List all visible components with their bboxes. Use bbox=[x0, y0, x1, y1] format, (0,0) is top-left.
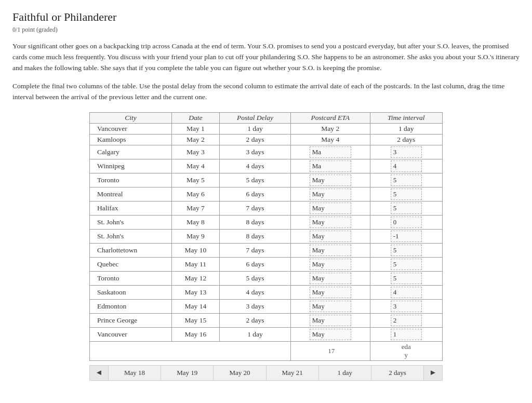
cell-eta[interactable]: May bbox=[291, 299, 370, 313]
cell-interval[interactable]: 5 bbox=[370, 173, 442, 187]
interval-drag-input[interactable]: 5 bbox=[391, 245, 422, 256]
cell-eta[interactable]: May bbox=[291, 257, 370, 271]
cell-date: May 11 bbox=[171, 257, 219, 271]
main-table: City Date Postal Delay Postcard ETA Time… bbox=[89, 112, 443, 361]
eta-drag-input[interactable]: May bbox=[310, 231, 351, 242]
col-date: Date bbox=[171, 112, 219, 123]
nav-item[interactable]: 1 day bbox=[319, 366, 371, 380]
cell-city: Charlottetown bbox=[90, 243, 172, 257]
eta-drag-input[interactable]: Ma bbox=[310, 160, 351, 172]
nav-item[interactable]: 2 days bbox=[371, 366, 423, 380]
cell-eta[interactable]: May bbox=[291, 271, 370, 285]
cell-interval[interactable]: 3 bbox=[370, 145, 442, 159]
table-row: MontrealMay 66 daysMay5 bbox=[90, 187, 443, 201]
nav-item[interactable]: May 20 bbox=[214, 366, 266, 380]
table-row: KamloopsMay 22 daysMay 42 days bbox=[90, 134, 443, 145]
table-row: St. John'sMay 88 daysMay0 bbox=[90, 215, 443, 229]
cell-eta[interactable]: May bbox=[291, 285, 370, 299]
interval-drag-input[interactable]: 5 bbox=[391, 174, 422, 186]
nav-left-arrow[interactable]: ◄ bbox=[90, 366, 109, 380]
table-row: TorontoMay 55 daysMay5 bbox=[90, 173, 443, 187]
interval-drag-input[interactable]: 3 bbox=[391, 146, 422, 158]
cell-interval[interactable]: 0 bbox=[370, 215, 442, 229]
eta-drag-input[interactable]: May bbox=[310, 329, 351, 340]
cell-interval[interactable]: 5 bbox=[370, 271, 442, 285]
interval-drag-input[interactable]: 5 bbox=[391, 203, 422, 214]
eta-drag-input[interactable]: May bbox=[310, 287, 351, 298]
cell-postal-delay: 1 day bbox=[220, 123, 291, 134]
cell-postal-delay: 5 days bbox=[220, 173, 291, 187]
cell-interval[interactable]: 5 bbox=[370, 243, 442, 257]
cell-city: Prince George bbox=[90, 313, 172, 327]
nav-item[interactable]: May 21 bbox=[267, 366, 319, 380]
interval-drag-input[interactable]: 5 bbox=[391, 273, 422, 284]
table-header-row: City Date Postal Delay Postcard ETA Time… bbox=[90, 112, 443, 123]
cell-postal-delay: 3 days bbox=[220, 299, 291, 313]
cell-interval[interactable]: 3 bbox=[370, 299, 442, 313]
cell-postal-delay: 8 days bbox=[220, 215, 291, 229]
table-row: QuebecMay 116 daysMay5 bbox=[90, 257, 443, 271]
cell-interval[interactable]: 1 bbox=[370, 327, 442, 341]
eta-drag-input[interactable]: May bbox=[310, 217, 351, 228]
interval-drag-input[interactable]: 4 bbox=[391, 160, 422, 172]
cell-city: Toronto bbox=[90, 173, 172, 187]
eta-drag-input[interactable]: May bbox=[310, 315, 351, 326]
cell-eta[interactable]: May bbox=[291, 327, 370, 341]
cell-interval[interactable]: 4 bbox=[370, 285, 442, 299]
col-city: City bbox=[90, 112, 172, 123]
table-row: VancouverMay 161 dayMay1 bbox=[90, 327, 443, 341]
interval-drag-input[interactable]: 0 bbox=[391, 217, 422, 228]
eta-drag-input[interactable]: May bbox=[310, 259, 351, 270]
cell-postal-delay: 6 days bbox=[220, 187, 291, 201]
cell-date: May 6 bbox=[171, 187, 219, 201]
cell-date: May 15 bbox=[171, 313, 219, 327]
cell-interval[interactable]: 5 bbox=[370, 201, 442, 215]
cell-date: May 1 bbox=[171, 123, 219, 134]
cell-eta[interactable]: May bbox=[291, 201, 370, 215]
cell-eta[interactable]: May bbox=[291, 313, 370, 327]
interval-drag-input[interactable]: 1 bbox=[391, 329, 422, 340]
cell-eta[interactable]: Ma bbox=[291, 159, 370, 173]
cell-interval[interactable]: -1 bbox=[370, 229, 442, 243]
cell-interval[interactable]: 2 bbox=[370, 313, 442, 327]
cell-eta[interactable]: May bbox=[291, 187, 370, 201]
eta-drag-input[interactable]: May bbox=[310, 203, 351, 214]
eta-drag-input[interactable]: May bbox=[310, 174, 351, 186]
cell-postal-delay: 8 days bbox=[220, 229, 291, 243]
nav-item[interactable]: May 19 bbox=[161, 366, 214, 380]
description: Your significant other goes on a backpac… bbox=[12, 41, 520, 74]
cell-eta[interactable]: May bbox=[291, 229, 370, 243]
cell-postal-delay: 7 days bbox=[220, 243, 291, 257]
cell-date: May 13 bbox=[171, 285, 219, 299]
cell-eta[interactable]: May bbox=[291, 215, 370, 229]
cell-city: Calgary bbox=[90, 145, 172, 159]
interval-drag-input[interactable]: 2 bbox=[391, 315, 422, 326]
table-row: CalgaryMay 33 daysMa3 bbox=[90, 145, 443, 159]
eta-drag-input[interactable]: Ma bbox=[310, 146, 351, 158]
interval-drag-input[interactable]: 5 bbox=[391, 259, 422, 270]
cell-eta[interactable]: Ma bbox=[291, 145, 370, 159]
interval-drag-input[interactable]: 4 bbox=[391, 287, 422, 298]
eta-drag-input[interactable]: May bbox=[310, 273, 351, 284]
cell-eta[interactable]: May bbox=[291, 243, 370, 257]
table-row: CharlottetownMay 107 daysMay5 bbox=[90, 243, 443, 257]
interval-drag-input[interactable]: 3 bbox=[391, 301, 422, 312]
nav-item[interactable]: May 18 bbox=[109, 366, 161, 380]
interval-drag-input[interactable]: -1 bbox=[391, 231, 422, 242]
table-row: HalifaxMay 77 daysMay5 bbox=[90, 201, 443, 215]
eta-drag-input[interactable]: May bbox=[310, 245, 351, 256]
eta-drag-input[interactable]: May bbox=[310, 301, 351, 312]
cell-interval[interactable]: 5 bbox=[370, 187, 442, 201]
nav-right-arrow[interactable]: ► bbox=[423, 366, 442, 380]
eta-drag-input[interactable]: May bbox=[310, 189, 351, 200]
cell-city: Saskatoon bbox=[90, 285, 172, 299]
cell-interval[interactable]: 4 bbox=[370, 159, 442, 173]
grade-info: 0/1 point (graded) bbox=[12, 26, 520, 34]
table-row: VancouverMay 11 dayMay 21 day bbox=[90, 123, 443, 134]
cell-postal-delay: 2 days bbox=[220, 313, 291, 327]
cell-interval[interactable]: 5 bbox=[370, 257, 442, 271]
cell-date: May 7 bbox=[171, 201, 219, 215]
interval-drag-input[interactable]: 5 bbox=[391, 189, 422, 200]
cell-eta[interactable]: May bbox=[291, 173, 370, 187]
col-postcard-eta: Postcard ETA bbox=[291, 112, 370, 123]
